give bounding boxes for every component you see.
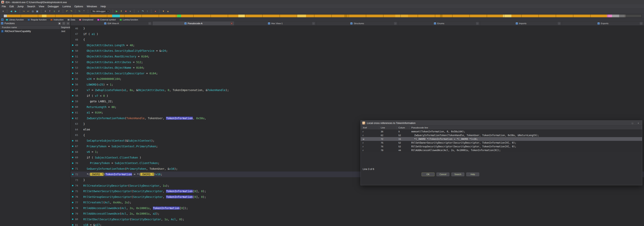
code-line-61[interactable]: 61 a1 = 0i64; — [70, 110, 644, 116]
column-header-segment[interactable]: Segment — [60, 26, 70, 29]
code-line-53[interactable]: 53 ObjectAttributes.ObjectName = 0i64; — [70, 65, 644, 71]
attach-process-icon[interactable]: » — [128, 9, 132, 13]
tab-exports[interactable]: Exports▫ — [562, 22, 644, 25]
code-line-47[interactable]: 47 if ( a1 ) — [70, 31, 644, 37]
functions-window-icon[interactable]: f — [48, 9, 52, 13]
tab-detach-button[interactable]: ▫ — [476, 22, 479, 25]
menu-item-help[interactable]: Help — [99, 4, 108, 9]
menu-item-jump[interactable]: Jump — [16, 4, 25, 9]
debugger-selector[interactable]: No debugger▾ — [91, 10, 110, 13]
tab-imports[interactable]: Imports▫ — [480, 22, 562, 25]
open-subviews-icon[interactable]: ≡ — [43, 9, 47, 13]
menu-item-options[interactable]: Options — [72, 4, 85, 9]
code-line-81[interactable]: 81 v18 = &v27; — [70, 222, 644, 226]
pseudocode-line-column-header[interactable]: Pseudocode line — [410, 126, 642, 130]
code-line-59[interactable]: 59 goto LABEL_22; — [70, 98, 644, 104]
lumina-push-icon[interactable]: ▲ — [166, 9, 170, 13]
code-line-80[interactable]: 80 RtlSetDaclSecurityDescriptor(Security… — [70, 216, 644, 222]
code-line-46[interactable]: 46 } — [70, 26, 644, 31]
tab-detach-button[interactable]: ▫ — [148, 22, 151, 25]
line-column-header[interactable]: Line — [379, 126, 397, 130]
lumina-pull-icon[interactable]: ▼ — [162, 9, 165, 13]
tab-ida-view-a[interactable]: IDA View-A▫ — [70, 22, 152, 25]
tab-enums[interactable]: Enums▫ — [398, 22, 480, 25]
panel-maximize-button[interactable]: □ — [62, 22, 65, 25]
menu-item-edit[interactable]: Edit — [8, 4, 16, 9]
code-line-60[interactable]: 60 ReturnLength = 88; — [70, 104, 644, 110]
dialog-maximize-button[interactable]: □ — [630, 121, 634, 125]
ok-button[interactable]: OK — [422, 172, 434, 176]
pause-process-icon[interactable]: ‖ — [119, 9, 123, 13]
dialog-close-button[interactable]: × — [636, 121, 640, 125]
column-header-function-name[interactable]: Function name — [0, 26, 60, 29]
menu-item-debugger[interactable]: Debugger — [46, 4, 60, 9]
strings-window-icon[interactable]: s — [52, 9, 56, 13]
code-line-62[interactable]: 62 ZwQueryInformationToken(TokenHandle, … — [70, 116, 644, 121]
xref-column-header[interactable]: Xref — [361, 126, 379, 130]
tab-detach-button[interactable]: ▫ — [558, 22, 560, 25]
hex-dump-icon[interactable]: # — [57, 9, 61, 13]
menu-item-search[interactable]: Search — [25, 4, 37, 9]
menu-item-file[interactable]: File — [0, 4, 8, 9]
step-over-icon[interactable]: ↷ — [141, 9, 145, 13]
navigator-band[interactable] — [4, 14, 642, 18]
code-token: , — [162, 195, 166, 198]
menu-item-windows[interactable]: Windows — [85, 4, 99, 9]
tab-close-button[interactable]: × — [230, 22, 233, 25]
panel-close-button[interactable]: × — [67, 22, 70, 25]
xref-row-5[interactable]: r7652RtlSetGroupSecurityDescriptor(Secur… — [361, 145, 642, 148]
xref-row-6[interactable]: r7844RtlAddAccessAllowedAce(Acl, 2u, 0x1… — [361, 148, 642, 152]
jump-xref-icon[interactable]: ↩ — [26, 9, 30, 13]
code-line-79[interactable]: 79 RtlAddAccessAllowedAce(Acl, 2u, 0x100… — [70, 211, 644, 216]
help-button[interactable]: Help — [466, 172, 479, 176]
tab-hex-view-1[interactable]: Hex View-1▫ — [234, 22, 316, 25]
tab-detach-button[interactable]: ▫ — [312, 22, 315, 25]
search-button[interactable]: Search — [451, 172, 464, 176]
code-line-51[interactable]: 51 ObjectAttributes.RootDirectory = 0i64… — [70, 54, 644, 59]
panel-list-button[interactable]: ▣ — [58, 22, 61, 25]
code-line-48[interactable]: 48 { — [70, 37, 644, 43]
code-line-54[interactable]: 54 ObjectAttributes.SecurityDescriptor =… — [70, 70, 644, 76]
menu-item-view[interactable]: View — [37, 4, 46, 9]
nav-back-icon[interactable]: ◀ — [9, 9, 13, 13]
code-line-77[interactable]: 77 RtlCreateAcl(Acl, 0xA0u, 2u); — [70, 200, 644, 205]
menu-item-lumina[interactable]: Lumina — [60, 4, 72, 9]
xref-row-3[interactable]: w7215 *(_OWORD *)TokenInformation = *(_O… — [361, 137, 642, 141]
jump-address-icon[interactable]: ↪ — [22, 9, 26, 13]
nav-forward-icon[interactable]: ▶ — [14, 9, 18, 13]
code-token: ( — [90, 94, 95, 97]
code-line-56[interactable]: 56 LOWORD(v25) = 1; — [70, 82, 644, 87]
function-row[interactable]: fRtlCheckTokenCapability.text — [0, 29, 70, 33]
column-column-header[interactable]: Colum — [397, 126, 410, 130]
code-line-57[interactable]: 57 v7 = ZwDuplicateToken(a1, 8u, &Object… — [70, 87, 644, 93]
code-line-50[interactable]: 50 ObjectAttributes.SecurityQualityOfSer… — [70, 48, 644, 54]
xref-row-4[interactable]: r7552RtlSetOwnerSecurityDescriptor(Secur… — [361, 141, 642, 145]
stop-process-icon[interactable]: ■ — [124, 9, 128, 13]
code-line-52[interactable]: 52 ObjectAttributes.Attributes = 512; — [70, 59, 644, 65]
xref-row-1[interactable]: r369memset(TokenInformation, 0, 0x58ui64… — [361, 130, 642, 133]
redo-icon[interactable]: ↷ — [70, 9, 73, 13]
search-binary-icon[interactable]: ▣ — [35, 9, 39, 13]
reanalyze-icon[interactable]: ↻ — [78, 9, 82, 13]
navigator-grip[interactable] — [1, 15, 2, 17]
code-line-78[interactable]: 78 RtlAddAccessAllowedAce(Acl, 2u, 0x100… — [70, 205, 644, 211]
code-line-76[interactable]: 76 RtlSetGroupSecurityDescriptor(Securit… — [70, 194, 644, 200]
tab-detach-button[interactable]: ▫ — [640, 22, 642, 25]
step-into-icon[interactable]: ↓ — [136, 9, 140, 13]
code-line-58[interactable]: 58 if ( v7 < 0 ) — [70, 93, 644, 99]
start-process-icon[interactable]: ▶ — [115, 9, 119, 13]
code-line-49[interactable]: 49 ObjectAttributes.Length = 48; — [70, 43, 644, 48]
tab-structures[interactable]: Structures▫ — [316, 22, 398, 25]
options-icon[interactable]: * — [82, 9, 86, 13]
breakpoint-icon[interactable]: ● — [154, 9, 157, 13]
code-line-55[interactable]: 55 v24 = 0x20000000Ci64; — [70, 76, 644, 82]
cancel-button[interactable]: Cancel — [436, 172, 450, 176]
undo-icon[interactable]: ↶ — [65, 9, 69, 13]
run-until-return-icon[interactable]: ↑ — [145, 9, 149, 13]
code-line-75[interactable]: 75 RtlSetOwnerSecurityDescriptor(Securit… — [70, 188, 644, 194]
xref-row-2[interactable]: r6252 ZwQueryInformationToken(TokenHandl… — [361, 133, 642, 137]
search-text-icon[interactable]: ◎ — [31, 9, 35, 13]
tab-detach-button[interactable]: ▫ — [394, 22, 397, 25]
tab-pseudocode-a[interactable]: Pseudocode-A× — [152, 22, 234, 25]
quick-access-chevron-icon[interactable]: ▾ — [1, 9, 5, 13]
